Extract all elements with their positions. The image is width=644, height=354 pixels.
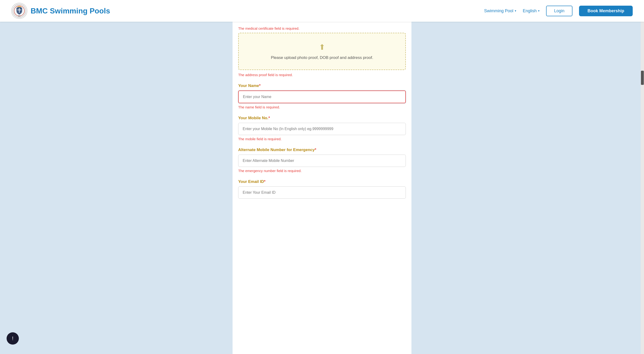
scrollbar[interactable]: [641, 0, 644, 354]
swimming-pool-nav[interactable]: Swimming Pool ▾: [484, 9, 516, 14]
language-label: English: [523, 9, 537, 14]
alt-mobile-section: Alternate Mobile Number for Emergency* T…: [238, 147, 406, 173]
brand: BMC BMC Swimming Pools: [11, 3, 110, 19]
upload-box[interactable]: ⬆ Please upload photo proof, DOB proof a…: [238, 33, 406, 70]
logo: BMC: [11, 3, 27, 19]
swimming-pool-chevron-icon: ▾: [515, 9, 516, 13]
site-title: BMC Swimming Pools: [30, 7, 110, 15]
alt-mobile-label: Alternate Mobile Number for Emergency*: [238, 147, 406, 152]
navbar-right: Swimming Pool ▾ English ▾ Login Book Mem…: [484, 6, 633, 16]
upload-text: Please upload photo proof, DOB proof and…: [244, 55, 400, 60]
name-section: Your Name* The name field is required.: [238, 83, 406, 109]
alt-mobile-input[interactable]: [238, 155, 406, 167]
name-input[interactable]: [238, 91, 406, 103]
mobile-input[interactable]: [238, 123, 406, 135]
name-label: Your Name*: [238, 83, 406, 88]
book-membership-button[interactable]: Book Membership: [579, 6, 633, 16]
logo-svg: BMC: [12, 4, 26, 18]
upload-icon: ⬆: [244, 43, 400, 52]
mobile-error: The mobile field is required.: [238, 137, 406, 141]
email-section: Your Email ID*: [238, 179, 406, 199]
scrollbar-thumb[interactable]: [641, 71, 644, 85]
mobile-section: Your Mobile No.* The mobile field is req…: [238, 116, 406, 141]
mobile-label: Your Mobile No.*: [238, 116, 406, 120]
address-proof-error: The address proof field is required.: [238, 73, 406, 77]
feedback-button[interactable]: !: [6, 332, 19, 344]
feedback-icon: !: [12, 335, 14, 341]
alt-mobile-error: The emergency number field is required.: [238, 169, 406, 173]
login-button[interactable]: Login: [546, 6, 572, 16]
language-chevron-icon: ▾: [538, 9, 540, 13]
navbar: BMC BMC Swimming Pools Swimming Pool ▾ E…: [0, 0, 644, 22]
main-content: The medical certificate field is require…: [232, 22, 412, 354]
email-label: Your Email ID*: [238, 179, 406, 184]
svg-text:BMC: BMC: [18, 15, 21, 17]
swimming-pool-label: Swimming Pool: [484, 9, 513, 14]
medical-cert-error: The medical certificate field is require…: [238, 26, 406, 30]
email-input[interactable]: [238, 187, 406, 199]
name-error: The name field is required.: [238, 105, 406, 109]
language-nav[interactable]: English ▾: [523, 9, 540, 14]
